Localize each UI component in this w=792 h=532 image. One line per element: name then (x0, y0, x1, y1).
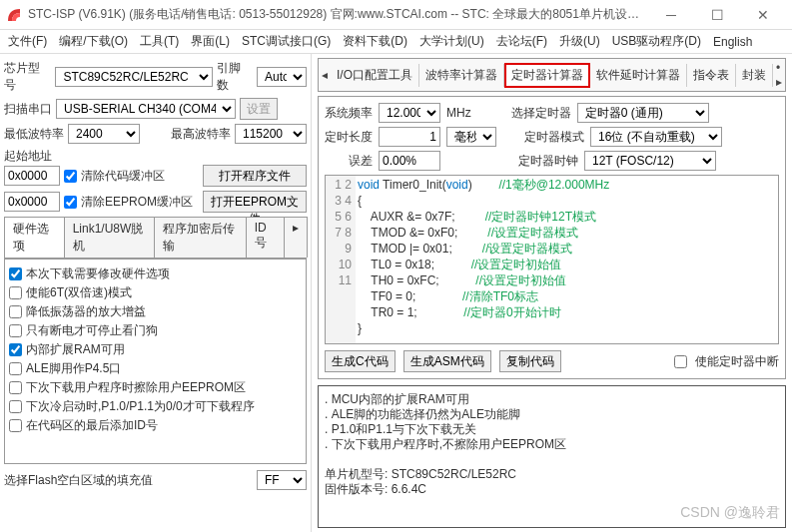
tab-timer[interactable]: 定时器计算器 (504, 63, 590, 88)
hw-check-1[interactable] (9, 286, 22, 299)
hw-check-0[interactable] (9, 267, 22, 280)
menu-debug[interactable]: STC调试接口(G) (238, 31, 335, 52)
menu-english[interactable]: English (709, 33, 756, 51)
tmode-select[interactable]: 16位 (不自动重载) (590, 127, 722, 147)
open-program-button[interactable]: 打开程序文件 (203, 165, 307, 187)
menu-forum[interactable]: 去论坛(F) (492, 31, 551, 52)
select-timer[interactable]: 定时器0 (通用) (577, 103, 709, 123)
minbaud-select[interactable]: 2400 (68, 124, 140, 144)
port-label: 扫描串口 (4, 101, 52, 118)
hw-check-label-3: 只有断电才可停止看门狗 (26, 322, 158, 339)
timer-panel: 系统频率 12.000 MHz 选择定时器 定时器0 (通用) 定时长度 毫秒 … (318, 96, 786, 379)
maximize-button[interactable]: ☐ (694, 0, 740, 30)
tab-instr[interactable]: 指令表 (687, 64, 736, 87)
hw-check-label-0: 本次下载需要修改硬件选项 (26, 266, 170, 282)
hw-check-label-4: 内部扩展RAM可用 (26, 341, 125, 358)
chip-label: 芯片型号 (4, 60, 51, 94)
hw-check-label-7: 下次冷启动时,P1.0/P1.1为0/0才可下载程序 (26, 398, 255, 415)
pin-label: 引脚数 (217, 60, 253, 94)
hw-check-6[interactable] (9, 381, 22, 394)
hw-options: 本次下载需要修改硬件选项使能6T(双倍速)模式降低振荡器的放大增益只有断电才可停… (4, 259, 307, 464)
sysfreq-select[interactable]: 12.000 (379, 103, 440, 123)
port-settings-button[interactable]: 设置 (240, 98, 278, 120)
menu-upgrade[interactable]: 升级(U) (555, 31, 604, 52)
clear-code-label: 清除代码缓冲区 (81, 168, 165, 185)
hw-check-4[interactable] (9, 343, 22, 356)
tab-id[interactable]: ID号 (246, 217, 285, 258)
app-logo-icon (6, 7, 22, 23)
open-eeprom-button[interactable]: 打开EEPROM文件 (203, 191, 307, 213)
tclk-label: 定时器时钟 (518, 153, 578, 170)
close-button[interactable]: ✕ (740, 0, 786, 30)
hw-check-label-2: 降低振荡器的放大增益 (26, 303, 146, 320)
flash-select[interactable]: FF (257, 470, 307, 490)
hw-check-8[interactable] (9, 419, 22, 432)
main-tabs: ◂ I/O口配置工具 波特率计算器 定时器计算器 软件延时计算器 指令表 封装 … (318, 58, 786, 92)
copy-code-button[interactable]: 复制代码 (499, 350, 561, 372)
hw-check-label-1: 使能6T(双倍速)模式 (26, 284, 132, 301)
addr2-input[interactable] (4, 192, 60, 212)
flash-label: 选择Flash空白区域的填充值 (4, 472, 153, 489)
select-timer-label: 选择定时器 (511, 105, 571, 122)
titlebar: STC-ISP (V6.91K) (服务电话/销售电话: 0513-550129… (0, 0, 792, 30)
err-label: 误差 (349, 153, 373, 170)
hw-check-2[interactable] (9, 305, 22, 318)
tab-delay[interactable]: 软件延时计算器 (590, 64, 687, 87)
enable-int-checkbox[interactable] (674, 355, 687, 368)
hw-check-3[interactable] (9, 324, 22, 337)
menu-tools[interactable]: 工具(T) (136, 31, 183, 52)
chip-select[interactable]: STC89C52RC/LE52RC (55, 67, 213, 87)
addr1-input[interactable] (4, 166, 60, 186)
tmode-label: 定时器模式 (524, 129, 584, 146)
tlen-unit[interactable]: 毫秒 (446, 127, 496, 147)
gen-asm-button[interactable]: 生成ASM代码 (403, 350, 491, 372)
tlen-label: 定时长度 (325, 129, 373, 146)
code-view: 1 2 3 4 5 6 7 8 9 10 11 void Timer0_Init… (325, 175, 779, 344)
tab-nav-prev[interactable]: ◂ (319, 66, 331, 84)
clear-eeprom-checkbox[interactable] (64, 196, 77, 209)
tab-hw[interactable]: 硬件选项 (4, 217, 65, 258)
menubar: 文件(F) 编程/下载(O) 工具(T) 界面(L) STC调试接口(G) 资料… (0, 30, 792, 54)
clear-eeprom-label: 清除EEPROM缓冲区 (81, 194, 193, 211)
hw-check-5[interactable] (9, 362, 22, 375)
tab-more[interactable]: ▸ (284, 217, 308, 258)
menu-download[interactable]: 资料下载(D) (339, 31, 411, 52)
watermark: CSDN @逸聆君 (680, 504, 780, 522)
clear-code-checkbox[interactable] (64, 170, 77, 183)
menu-uni[interactable]: 大学计划(U) (415, 31, 488, 52)
hw-check-7[interactable] (9, 400, 22, 413)
enable-int-label: 使能定时器中断 (695, 353, 779, 370)
menu-ui[interactable]: 界面(L) (187, 31, 234, 52)
menu-file[interactable]: 文件(F) (4, 31, 51, 52)
tab-link[interactable]: Link1/U8W脱机 (64, 217, 155, 258)
hw-check-label-6: 下次下载用户程序时擦除用户EEPROM区 (26, 379, 246, 396)
addr-label: 起始地址 (4, 149, 52, 163)
sysfreq-label: 系统频率 (325, 105, 373, 122)
err-value (379, 151, 440, 171)
right-panel: ◂ I/O口配置工具 波特率计算器 定时器计算器 软件延时计算器 指令表 封装 … (312, 54, 792, 532)
gen-c-button[interactable]: 生成C代码 (325, 350, 396, 372)
maxbaud-label: 最高波特率 (171, 126, 231, 143)
maxbaud-select[interactable]: 115200 (235, 124, 307, 144)
tab-pack[interactable]: 封装 (736, 64, 773, 87)
tab-baud[interactable]: 波特率计算器 (419, 64, 504, 87)
tclk-select[interactable]: 12T (FOSC/12) (584, 151, 716, 171)
tab-nav-next[interactable]: • ▸ (773, 59, 785, 91)
menu-usb[interactable]: USB驱动程序(D) (608, 31, 705, 52)
pin-select[interactable]: Auto (257, 67, 307, 87)
minbaud-label: 最低波特率 (4, 126, 64, 143)
port-select[interactable]: USB-SERIAL CH340 (COM43) (56, 99, 236, 119)
tab-encrypt[interactable]: 程序加密后传输 (154, 217, 247, 258)
hw-check-label-8: 在代码区的最后添加ID号 (26, 417, 158, 434)
left-tabs: 硬件选项 Link1/U8W脱机 程序加密后传输 ID号 ▸ (4, 217, 307, 259)
tab-io[interactable]: I/O口配置工具 (331, 64, 419, 87)
hw-check-label-5: ALE脚用作P4.5口 (26, 360, 121, 377)
menu-program[interactable]: 编程/下载(O) (55, 31, 132, 52)
minimize-button[interactable]: ─ (648, 0, 694, 30)
sysfreq-unit: MHz (446, 106, 471, 120)
left-panel: 芯片型号 STC89C52RC/LE52RC 引脚数 Auto 扫描串口 USB… (0, 54, 312, 532)
tlen-input[interactable] (379, 127, 440, 147)
window-title: STC-ISP (V6.91K) (服务电话/销售电话: 0513-550129… (28, 6, 648, 23)
